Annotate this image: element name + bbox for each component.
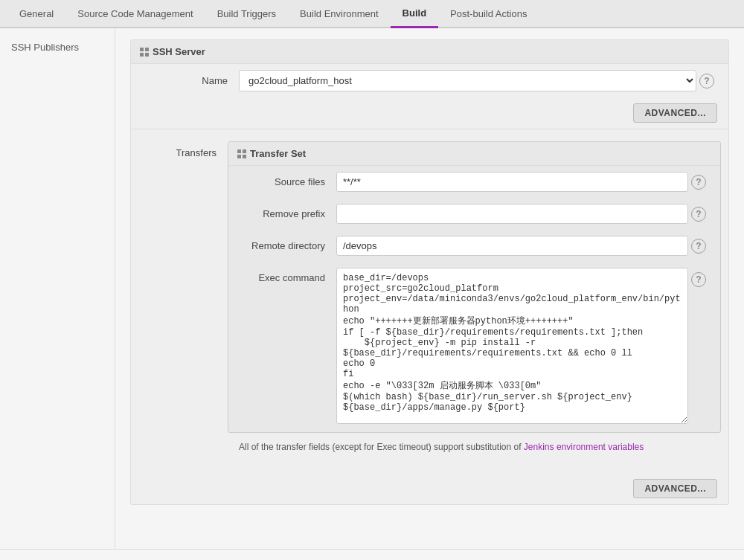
source-files-help-icon[interactable]: ? [691,175,706,190]
remote-directory-input[interactable] [336,236,688,256]
bottom-advanced-btn-row: ADVANCED... [131,473,728,504]
transfer-set-box: Transfer Set Source files ? [228,141,721,433]
remove-prefix-input[interactable] [336,204,688,224]
remote-directory-input-wrapper [336,236,688,256]
info-text-static: All of the transfer fields (except for E… [239,442,524,452]
transfers-content: Transfer Set Source files ? [228,141,721,461]
ssh-server-section: SSH Server Name go2cloud_platform_host ?… [130,39,729,505]
tab-post-build[interactable]: Post-build Actions [438,0,539,27]
name-select[interactable]: go2cloud_platform_host [239,70,696,91]
tab-build-triggers[interactable]: Build Triggers [205,0,288,27]
source-files-label: Source files [240,176,336,187]
exec-command-help-icon[interactable]: ? [691,272,706,287]
remove-prefix-row: Remove prefix ? [228,198,720,230]
main-layout: SSH Publishers SSH Server Name go2cloud_… [0,28,744,549]
grid-icon [140,48,149,57]
source-files-input[interactable] [336,172,688,192]
top-tabs-bar: General Source Code Management Build Tri… [0,0,744,28]
tab-general[interactable]: General [7,0,65,27]
source-files-input-wrapper [336,172,688,192]
source-files-help[interactable]: ? [688,175,709,190]
remote-directory-help[interactable]: ? [688,239,709,254]
exec-command-row: Exec command base_dir=/devops project_sr… [228,262,720,432]
name-field-row: Name go2cloud_platform_host ? [131,64,728,97]
ssh-server-title: SSH Server [153,46,205,57]
transfer-grid-icon [237,149,246,158]
advanced-btn-row: ADVANCED... [131,97,728,129]
exec-command-textarea-wrapper: base_dir=/devops project_src=go2cloud_pl… [336,268,688,426]
transfers-label: Transfers [131,141,228,461]
remove-prefix-label: Remove prefix [240,208,336,219]
transfers-advanced-button[interactable]: ADVANCED... [633,479,717,498]
source-files-row: Source files ? [228,166,720,198]
name-input-wrapper: go2cloud_platform_host [239,70,696,91]
exec-command-label: Exec command [240,268,336,283]
sidebar: SSH Publishers [0,28,115,549]
remove-prefix-input-wrapper [336,204,688,224]
remote-directory-help-icon[interactable]: ? [691,239,706,254]
remove-prefix-help[interactable]: ? [688,207,709,222]
name-label: Name [142,75,239,86]
tab-build[interactable]: Build [391,0,439,28]
bottom-bar: SAVE APPLY [0,549,744,560]
transfer-set-header: Transfer Set [228,142,720,166]
tab-build-environment[interactable]: Build Environment [288,0,391,27]
name-help-icon[interactable]: ? [699,74,714,88]
transfers-section: Transfers Transfer Set Source [131,129,728,473]
remote-directory-label: Remote directory [240,240,336,251]
content-area: SSH Server Name go2cloud_platform_host ?… [115,28,744,549]
ssh-server-advanced-button[interactable]: ADVANCED... [633,103,717,123]
exec-command-help[interactable]: ? [688,268,709,287]
info-text: All of the transfer fields (except for E… [228,433,721,461]
exec-command-textarea[interactable]: base_dir=/devops project_src=go2cloud_pl… [336,268,688,424]
remote-directory-row: Remote directory ? [228,230,720,262]
remove-prefix-help-icon[interactable]: ? [691,207,706,222]
tab-scm[interactable]: Source Code Management [65,0,205,27]
transfers-layout: Transfers Transfer Set Source [131,135,728,467]
ssh-server-header: SSH Server [131,40,728,64]
sidebar-item-ssh-publishers[interactable]: SSH Publishers [0,36,115,59]
name-help[interactable]: ? [696,74,717,88]
transfer-set-title: Transfer Set [250,148,306,159]
jenkins-env-link[interactable]: Jenkins environment variables [524,442,644,452]
